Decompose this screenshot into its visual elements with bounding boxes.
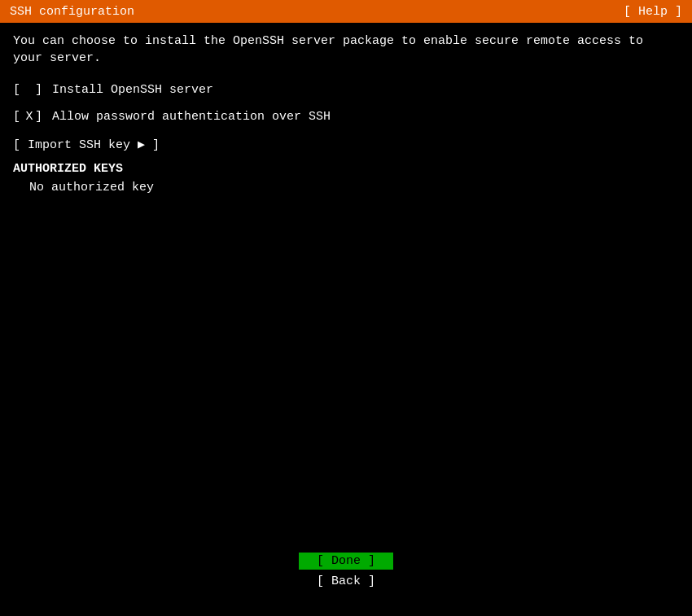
allow-password-auth-checkbox[interactable]: [ X ] Allow password authentication over…	[13, 110, 679, 124]
main-content: You can choose to install the OpenSSH se…	[0, 23, 692, 616]
help-button[interactable]: [ Help ]	[624, 5, 682, 19]
window-title: SSH configuration	[10, 5, 134, 19]
allow-password-auth-checkbox-value: X	[24, 110, 35, 124]
install-openssh-checkbox-value	[24, 83, 35, 97]
checkbox-bracket-close2: ]	[35, 110, 42, 124]
checkbox-bracket-close: ]	[35, 83, 42, 97]
authorized-keys-section-label: AUTHORIZED KEYS	[13, 162, 679, 176]
title-bar: SSH configuration [ Help ]	[0, 0, 692, 23]
import-ssh-key-row[interactable]: [ Import SSH key ▶ ]	[13, 137, 679, 152]
install-openssh-label: Install OpenSSH server	[52, 83, 213, 97]
checkbox-bracket-open: [	[13, 83, 20, 97]
back-button[interactable]: [ Back ]	[299, 573, 393, 590]
no-authorized-key-text: No authorized key	[29, 181, 679, 194]
description-text: You can choose to install the OpenSSH se…	[13, 33, 679, 67]
checkbox-bracket-open2: [	[13, 110, 20, 124]
done-button[interactable]: [ Done ]	[299, 553, 393, 570]
app: SSH configuration [ Help ] You can choos…	[0, 0, 692, 616]
bottom-buttons: [ Done ] [ Back ]	[13, 194, 679, 606]
allow-password-auth-label: Allow password authentication over SSH	[52, 110, 331, 124]
install-openssh-checkbox[interactable]: [ ] Install OpenSSH server	[13, 83, 679, 97]
import-ssh-key-label: [ Import SSH key ▶ ]	[13, 138, 160, 152]
